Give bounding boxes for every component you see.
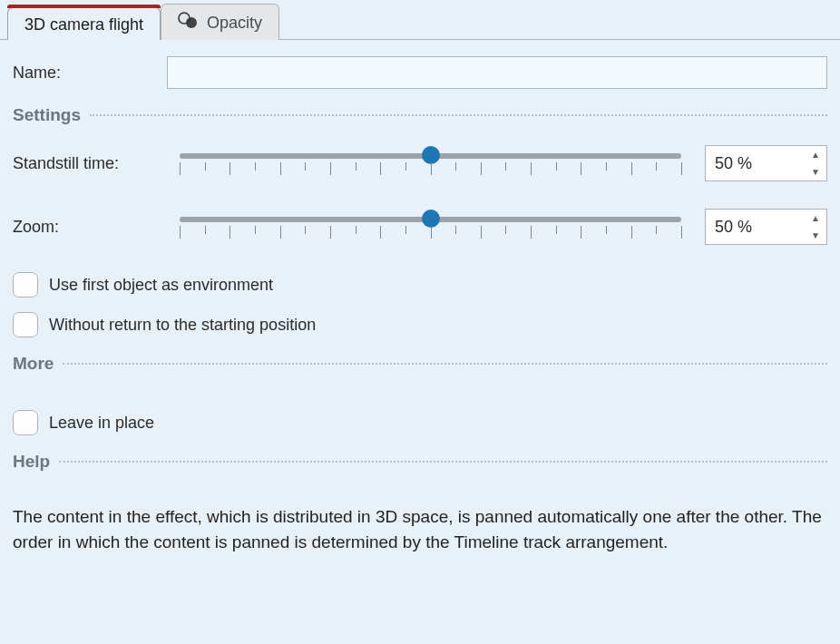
first-object-env-checkbox[interactable] [13, 272, 38, 298]
checkbox-label: Use first object as environment [49, 276, 273, 295]
zoom-slider[interactable] [176, 211, 685, 242]
section-divider [90, 114, 827, 116]
spinner-arrows: ▲ ▼ [805, 210, 826, 244]
spinner-arrows: ▲ ▼ [805, 146, 826, 181]
tab-opacity[interactable]: Opacity [161, 4, 279, 40]
tab-label: Opacity [207, 14, 262, 33]
tab-bar: 3D camera flight Opacity [0, 0, 840, 40]
panel-3d-camera-flight: Name: Settings Standstill time: 50 % ▲ ▼… [0, 40, 840, 567]
first-object-env-row: Use first object as environment [13, 272, 827, 298]
name-row: Name: [13, 56, 827, 89]
leave-in-place-row: Leave in place [13, 410, 827, 435]
spinner-up-icon[interactable]: ▲ [805, 146, 826, 163]
section-header-settings: Settings [13, 105, 827, 125]
section-header-help: Help [13, 452, 827, 472]
section-divider [59, 461, 827, 463]
spinner-down-icon[interactable]: ▼ [805, 163, 826, 181]
section-title: More [13, 354, 54, 374]
zoom-label: Zoom: [13, 218, 176, 237]
zoom-spinner[interactable]: 50 % ▲ ▼ [705, 209, 827, 245]
standstill-slider[interactable] [176, 148, 685, 179]
slider-thumb[interactable] [422, 210, 440, 228]
tab-3d-camera-flight[interactable]: 3D camera flight [7, 7, 161, 40]
slider-ticks [180, 162, 681, 177]
section-divider [63, 363, 827, 365]
section-title: Settings [13, 105, 81, 125]
section-title: Help [13, 452, 50, 472]
help-text: The content in the effect, which is dist… [13, 504, 827, 554]
section-header-more: More [13, 354, 827, 374]
spinner-value: 50 % [706, 146, 805, 181]
zoom-row: Zoom: 50 % ▲ ▼ [13, 209, 827, 245]
standstill-label: Standstill time: [13, 154, 176, 173]
leave-in-place-checkbox[interactable] [13, 410, 38, 435]
name-input[interactable] [167, 56, 827, 89]
spinner-down-icon[interactable]: ▼ [805, 227, 826, 244]
slider-ticks [180, 226, 681, 240]
svg-point-1 [186, 17, 197, 28]
opacity-icon [178, 12, 200, 34]
checkbox-label: Leave in place [49, 414, 154, 433]
no-return-checkbox[interactable] [13, 312, 38, 337]
tab-label: 3D camera flight [24, 15, 143, 34]
standstill-spinner[interactable]: 50 % ▲ ▼ [705, 145, 827, 181]
checkbox-label: Without return to the starting position [49, 316, 316, 335]
slider-thumb[interactable] [422, 146, 440, 164]
standstill-row: Standstill time: 50 % ▲ ▼ [13, 145, 827, 181]
spinner-value: 50 % [706, 210, 805, 244]
no-return-row: Without return to the starting position [13, 312, 827, 337]
spinner-up-icon[interactable]: ▲ [805, 210, 826, 227]
name-label: Name: [13, 63, 167, 83]
